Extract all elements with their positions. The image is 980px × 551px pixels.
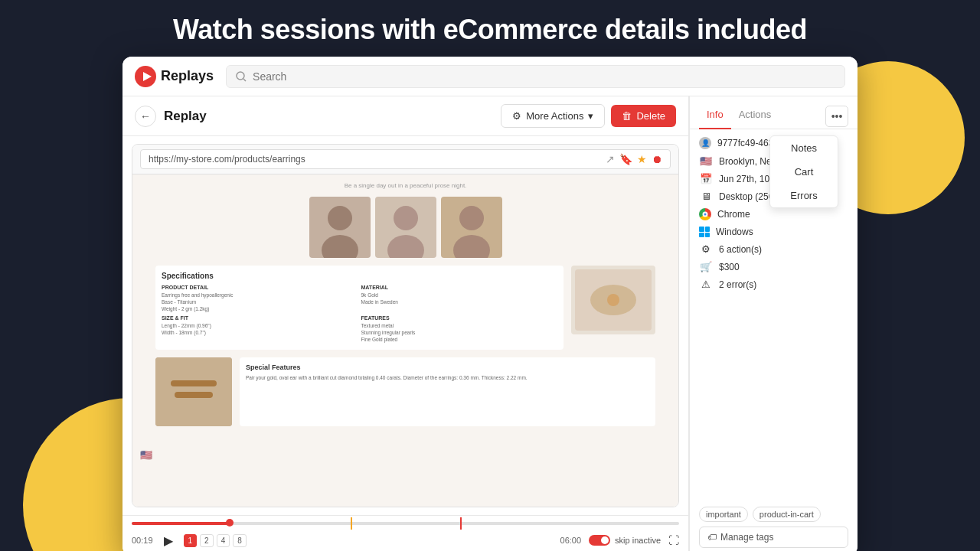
play-button[interactable]: ▶: [159, 531, 178, 549]
star-icon: ★: [637, 153, 647, 165]
progress-bar[interactable]: [132, 522, 679, 525]
speed-2x-button[interactable]: 2: [200, 534, 214, 547]
svg-point-5: [328, 206, 352, 230]
dropdown-errors[interactable]: Errors: [770, 184, 838, 207]
os-value: Windows: [716, 227, 753, 237]
fullscreen-button[interactable]: ⛶: [668, 534, 679, 546]
logo-icon: [135, 66, 156, 87]
search-bar[interactable]: [226, 65, 845, 88]
product-page: Be a single day out in a peaceful prose …: [132, 174, 678, 434]
errors-value: 2 error(s): [719, 279, 756, 290]
spec-feat-line3: Fine Gold plated: [361, 336, 558, 343]
actions-count-icon: ⚙: [699, 243, 713, 255]
speed-8x-button[interactable]: 8: [233, 534, 247, 547]
bottom-images: Special Features Pair your gold, oval ea…: [140, 357, 671, 426]
spec-size-line1: Length - 22mm (0.96"): [162, 322, 358, 329]
back-button[interactable]: ←: [135, 106, 156, 127]
tag-important[interactable]: important: [699, 507, 748, 522]
svg-point-15: [607, 294, 619, 306]
dropdown-menu: Notes Cart Errors: [769, 135, 838, 208]
share-icon: ↗: [606, 153, 615, 165]
controls-row: 00:19 ▶ 1 2 4 8 06:00: [132, 531, 679, 549]
product-image-1: [309, 197, 371, 258]
url-actions: ↗ 🔖 ★ ⏺: [606, 153, 662, 165]
spec-feat-line1: Textured metal: [361, 322, 558, 329]
location-flag-icon: 🇺🇸: [699, 155, 713, 167]
specs-row: Specifications Product Detail Earrings f…: [140, 266, 671, 350]
svg-point-8: [394, 206, 418, 230]
panel-tabs: Info Actions ••• Notes Cart Errors: [690, 96, 858, 129]
tag-product-in-cart[interactable]: product-in-cart: [753, 507, 821, 522]
spec-pd-title: Product Detail: [162, 285, 358, 290]
chevron-down-icon: ▾: [588, 110, 593, 122]
hero-text: Be a single day out in a peaceful prose …: [140, 182, 671, 189]
cart-value: $300: [719, 262, 740, 272]
record-icon: ⏺: [652, 153, 662, 165]
logo-text: Replays: [161, 68, 214, 84]
progress-filled: [132, 522, 230, 525]
more-actions-button[interactable]: ⚙ More Actions ▾: [501, 104, 605, 128]
left-panel: ← Replay ⚙ More Actions ▾ 🗑 Delete: [122, 96, 689, 551]
errors-icon: ⚠: [699, 279, 713, 290]
specs-grid: Product Detail Earrings free and hypoall…: [162, 285, 557, 344]
time-end: 06:00: [560, 536, 582, 545]
spec-features: Features Textured metal Stunning irregul…: [361, 315, 558, 343]
settings-icon: ⚙: [512, 110, 521, 122]
spec-product-detail: Product Detail Earrings free and hypoall…: [162, 285, 358, 312]
browser-content: Be a single day out in a peaceful prose …: [132, 174, 678, 507]
top-nav: Replays: [122, 57, 858, 96]
special-text: Pair your gold, oval ear with a brillian…: [246, 374, 649, 382]
trash-icon: 🗑: [622, 110, 632, 122]
tab-actions[interactable]: Actions: [731, 104, 779, 129]
spec-material: Material 9k Gold Made in Sweden: [361, 285, 558, 312]
tags-section: important product-in-cart: [690, 502, 858, 527]
svg-line-3: [243, 79, 246, 81]
url-text: https://my-store.com/products/earrings: [149, 154, 305, 165]
progress-dot: [226, 519, 234, 527]
spec-size-title: Size & Fit: [162, 315, 358, 321]
skip-inactive-label: skip inactive: [615, 536, 661, 545]
search-input[interactable]: [253, 70, 835, 83]
desktop-icon: 🖥: [699, 191, 713, 202]
windows-icon: [699, 227, 710, 237]
header-actions: ⚙ More Actions ▾ 🗑 Delete: [501, 104, 676, 128]
progress-marker-red: [460, 517, 462, 530]
replay-title: Replay: [164, 109, 207, 124]
speed-1x-button[interactable]: 1: [184, 534, 198, 547]
tab-info[interactable]: Info: [699, 104, 731, 129]
delete-button[interactable]: 🗑 Delete: [611, 105, 676, 127]
speed-4x-button[interactable]: 4: [217, 534, 230, 547]
user-avatar-icon: 👤: [699, 137, 711, 149]
panel-more-button[interactable]: ••• Notes Cart Errors: [825, 106, 848, 127]
manage-tags-button[interactable]: 🏷 Manage tags: [699, 527, 848, 548]
info-browser: Chrome: [699, 208, 848, 220]
info-errors: ⚠ 2 error(s): [699, 279, 848, 290]
speed-buttons: 1 2 4 8: [184, 534, 247, 547]
spec-feat-line2: Stunning irregular pearls: [361, 329, 558, 336]
bottom-image: [155, 357, 232, 426]
browser-bar: https://my-store.com/products/earrings ↗…: [132, 145, 678, 174]
spec-mat-line1: 9k Gold: [361, 292, 558, 298]
product-image-3: [441, 197, 502, 258]
product-image-2: [375, 197, 436, 258]
browser-value: Chrome: [717, 209, 750, 220]
tag-edit-icon: 🏷: [707, 532, 717, 543]
svg-point-2: [237, 72, 244, 80]
chrome-icon: [699, 208, 711, 220]
svg-rect-17: [171, 380, 217, 386]
toggle-switch[interactable]: [589, 535, 610, 546]
special-features: Special Features Pair your gold, oval ea…: [240, 357, 655, 426]
us-flag-icon: 🇺🇸: [140, 449, 152, 461]
app-wrapper: Replays ← Replay: [122, 57, 858, 551]
player-controls: 00:19 ▶ 1 2 4 8 06:00: [122, 515, 688, 551]
dropdown-notes[interactable]: Notes: [770, 136, 838, 160]
dropdown-cart[interactable]: Cart: [770, 160, 838, 184]
actions-value: 6 action(s): [719, 244, 762, 255]
replay-header-left: ← Replay: [135, 106, 207, 127]
info-actions: ⚙ 6 action(s): [699, 243, 848, 255]
calendar-icon: 📅: [699, 173, 713, 184]
spec-mat-title: Material: [361, 285, 558, 290]
skip-inactive-toggle[interactable]: skip inactive: [589, 535, 661, 546]
special-title: Special Features: [246, 364, 649, 371]
info-os: Windows: [699, 227, 848, 237]
